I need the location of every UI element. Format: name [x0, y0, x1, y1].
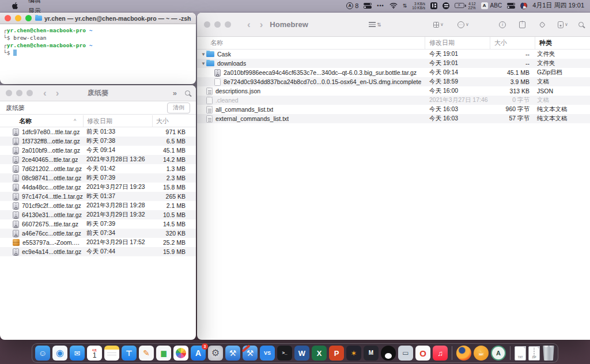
photos-icon[interactable] — [173, 346, 188, 361]
tags-icon[interactable] — [540, 22, 544, 27]
forward-icon[interactable]: › — [260, 20, 263, 29]
table-row[interactable]: external_commands_list.txt今天 16:0357 字节纯… — [197, 114, 590, 123]
qq-icon[interactable] — [381, 346, 396, 361]
network-speed[interactable]: 3 KB/s 10 KB/s — [412, 2, 425, 10]
table-row[interactable]: 64130e31...ottle.tar.gz2021年3月29日 19:321… — [0, 210, 196, 219]
table-row[interactable]: descriptions.json今天 16:00313 KBJSON — [197, 86, 590, 96]
music-icon[interactable]: ♫ — [433, 346, 448, 361]
table-row[interactable]: ec9e4a14...ottle.tar.gz今天 07:4415.9 MB — [0, 247, 196, 256]
apple-menu[interactable] — [6, 2, 23, 10]
vscode-icon[interactable]: VS — [260, 346, 275, 361]
menu-utility-icon[interactable] — [442, 2, 449, 9]
app-recycler-icon[interactable]: A — [491, 346, 506, 361]
info-icon[interactable]: i — [499, 21, 506, 28]
zip-file-icon[interactable]: ZIP — [528, 346, 540, 361]
finder-icon[interactable]: ☺ — [35, 346, 50, 361]
search-icon[interactable] — [185, 90, 190, 96]
trash-icon[interactable] — [542, 346, 555, 361]
xcode-beta-icon[interactable]: ⚒ — [243, 346, 258, 361]
list-view-icon[interactable]: ⇅ — [369, 22, 381, 28]
pages-icon[interactable]: ✎ — [139, 346, 154, 361]
table-row[interactable]: .cleaned2021年3月27日 17:460 字节文稿 — [197, 96, 590, 105]
zoom-button[interactable] — [225, 21, 231, 28]
homebrew-column-headers[interactable]: 名称 修改日期 大小 种类 — [197, 37, 590, 50]
battery-status-item[interactable]: ⚡ 4:12 22% — [455, 2, 476, 10]
trash-titlebar[interactable]: ‹ › 废纸篓 » — [0, 85, 196, 101]
system-preferences-icon[interactable]: ⚙ — [208, 346, 223, 361]
column-date[interactable]: 修改日期 — [425, 37, 490, 49]
excel-icon[interactable]: X — [312, 346, 327, 361]
input-source-item[interactable]: A ABC — [481, 2, 502, 9]
table-row[interactable]: 2ce40465...ttle.tar.gz2021年3月28日 13:2614… — [0, 155, 196, 164]
powerpoint-icon[interactable]: P — [329, 346, 344, 361]
table-row[interactable]: ▼downloads今天 19:01--文件夹 — [197, 59, 590, 68]
table-row[interactable]: ▼Cask今天 19:01--文件夹 — [197, 50, 590, 59]
toolbar-overflow-icon[interactable]: » — [173, 89, 177, 97]
table-row[interactable]: 701cf9c2f...ottle.tar.gz2021年3月28日 19:28… — [0, 201, 196, 210]
word-icon[interactable]: W — [294, 346, 309, 361]
table-row[interactable]: 66072675...ttle.tar.gz昨天 07:3914.5 MB — [0, 219, 196, 229]
back-icon[interactable]: ‹ — [43, 88, 47, 98]
updown-arrows-icon[interactable]: ⇅ — [403, 3, 407, 9]
control-toggles-icon-2[interactable] — [507, 3, 515, 9]
notes-icon[interactable] — [104, 346, 119, 361]
menu-编辑[interactable]: 编辑 — [23, 0, 47, 6]
control-toggles-icon[interactable] — [364, 3, 372, 9]
column-date[interactable]: 修改日期 — [84, 115, 152, 127]
trash-column-headers[interactable]: 名称 ^ 修改日期 大小 — [0, 115, 196, 127]
table-row[interactable]: 44da48cc...ottle.tar.gz2021年3月27日 19:231… — [0, 183, 196, 192]
globe-app-icon[interactable] — [520, 2, 527, 9]
ulysses-icon[interactable]: ✶ — [346, 346, 361, 361]
table-row[interactable]: 08c98741...ottle.tar.gz昨天 07:392.3 MB — [0, 173, 196, 183]
empty-trash-button[interactable]: 清倒 — [167, 103, 190, 113]
zoom-button[interactable] — [25, 15, 32, 21]
sort-ascending-icon[interactable]: ^ — [74, 115, 83, 127]
group-by-icon[interactable]: ∨ — [433, 22, 444, 28]
share-icon[interactable] — [519, 21, 525, 28]
actions-menu-icon[interactable]: ⋯∨ — [457, 21, 469, 28]
terminal-content[interactable]: ┌yr.chen@chen-macbook-pro ~ └$ brew-clea… — [0, 24, 196, 59]
table-row[interactable]: 2a010bf9...ottle.tar.gz今天 09:1445.1 MB — [0, 146, 196, 155]
window-preview-app-icon[interactable]: ▭ — [398, 346, 413, 361]
table-row[interactable]: a46e76cc...ottle.tar.gz前天 07:34320 KB — [0, 229, 196, 238]
calendar-icon[interactable]: 4月1 — [87, 346, 102, 361]
back-icon[interactable]: ‹ — [247, 20, 251, 29]
mail-icon[interactable]: ✉ — [70, 346, 85, 361]
column-size[interactable]: 大小 — [490, 37, 535, 49]
disclosure-triangle-icon[interactable]: ▼ — [201, 52, 206, 57]
column-name[interactable]: 名称 — [197, 37, 425, 49]
code-editor-m-icon[interactable]: M — [364, 346, 379, 361]
cakebrew-icon[interactable]: ☕ — [474, 346, 489, 361]
opera-icon[interactable]: O — [415, 346, 430, 361]
minimize-button[interactable] — [214, 21, 221, 28]
table-row[interactable]: 97c147c4...ttle.1.tar.gz昨天 01:37265 KB — [0, 192, 196, 201]
close-button[interactable] — [204, 21, 210, 28]
ellipsis-menu-icon[interactable]: ••• — [377, 3, 384, 9]
keynote-icon[interactable]: ⊤ — [122, 346, 137, 361]
column-kind[interactable]: 种类 — [535, 37, 590, 49]
menu-clock[interactable]: 4月1日 周四 19:01 — [532, 1, 584, 10]
window-manager-icon[interactable] — [430, 2, 437, 9]
forward-icon[interactable]: › — [56, 88, 59, 98]
table-row[interactable]: 7d621202...ottle.tar.gz今天 01:421.3 MB — [0, 164, 196, 173]
table-row[interactable]: 1dfc97e80...ttle.tar.gz前天 01:33971 KB — [0, 127, 196, 136]
xcode-icon[interactable]: ⚒ — [225, 346, 240, 361]
column-name[interactable]: 名称 — [0, 115, 74, 127]
disclosure-triangle-icon[interactable]: ▼ — [201, 61, 206, 66]
firefox-icon[interactable] — [456, 346, 471, 361]
column-size[interactable]: 大小 — [153, 115, 196, 127]
quick-action-icon[interactable]: ∨ — [558, 21, 568, 28]
app-store-icon[interactable]: A3 — [191, 346, 206, 361]
search-icon[interactable] — [578, 22, 584, 27]
terminal-app-icon[interactable]: >_ — [277, 346, 292, 361]
table-row[interactable]: 2a010bf9986eeca94c46cf6353c7e...340dc--q… — [197, 68, 590, 77]
close-button[interactable] — [5, 15, 11, 21]
table-row[interactable]: 1f3732ff8...ottle.tar.gz昨天 07:386.5 MB — [0, 136, 196, 146]
homebrew-toolbar[interactable]: ‹ › Homebrew ⇅ ∨ ⋯∨ i ∨ — [197, 13, 590, 37]
terminal-titlebar[interactable]: yr.chen — yr.chen@chen-macbook-pro — ~ —… — [0, 13, 196, 24]
text-file-icon[interactable]: TXT — [515, 346, 526, 361]
wifi-icon[interactable] — [389, 2, 398, 9]
app-update-status-item[interactable]: A 8 — [346, 2, 358, 9]
table-row[interactable]: 8e724d0c934dd837bca24b8cd7c0...0.0.15-os… — [197, 77, 590, 86]
safari-icon[interactable]: ◉ — [52, 346, 67, 361]
